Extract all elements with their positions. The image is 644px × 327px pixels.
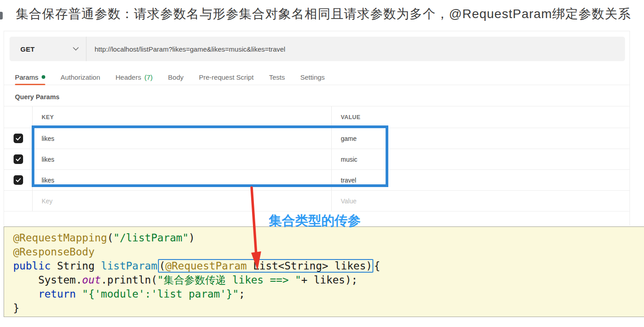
- code-token: [13, 288, 38, 300]
- tab-label: Headers: [115, 73, 141, 81]
- tab-params[interactable]: Params: [15, 69, 45, 85]
- code-token: "{'module':'list param'}": [82, 288, 239, 300]
- code-line: System.out.println("集合参数传递 likes ==> "+ …: [13, 273, 644, 287]
- code-token: ): [189, 232, 195, 244]
- request-tabs: ParamsAuthorizationHeaders(7)BodyPre-req…: [4, 69, 630, 85]
- header-checkbox-cell: [4, 106, 32, 128]
- new-param-row: Key Value: [4, 191, 630, 212]
- param-row: likestravel: [4, 170, 630, 191]
- params-table-header: KEY VALUE: [4, 106, 630, 128]
- code-token: ): [366, 260, 372, 272]
- value-input-placeholder[interactable]: Value: [331, 191, 630, 211]
- code-line: public String listParam(@RequestParam Li…: [13, 259, 644, 273]
- tab-count-badge: (7): [144, 73, 153, 81]
- tab-authorization[interactable]: Authorization: [61, 69, 100, 85]
- code-line: }: [13, 301, 644, 315]
- key-cell[interactable]: likes: [32, 149, 331, 169]
- tab-label: Params: [15, 73, 38, 81]
- screenshot-root: 集合保存普通参数：请求参数名与形参集合对象名相同且请求参数为多个，@Reques…: [0, 0, 644, 327]
- tab-tests[interactable]: Tests: [269, 69, 285, 85]
- annotation-label: 集合类型的传参: [269, 212, 361, 230]
- code-token: (: [159, 260, 166, 272]
- key-input-placeholder[interactable]: Key: [32, 191, 331, 211]
- tab-pre-request-script[interactable]: Pre-request Script: [199, 69, 254, 85]
- code-token: out: [82, 274, 101, 286]
- param-row: likesmusic: [4, 149, 630, 170]
- params-table: KEY VALUE likesgamelikesmusiclikestravel…: [4, 106, 630, 212]
- empty-checkbox-cell: [4, 191, 32, 211]
- tab-settings[interactable]: Settings: [300, 69, 324, 85]
- tab-label: Pre-request Script: [199, 73, 254, 81]
- red-arrow-icon: [244, 186, 272, 276]
- params-table-body: likesgamelikesmusiclikestravel: [4, 128, 630, 191]
- key-column-header: KEY: [32, 106, 331, 128]
- row-checkbox[interactable]: [14, 175, 23, 185]
- page-title: 集合保存普通参数：请求参数名与形参集合对象名相同且请求参数为多个，@Reques…: [16, 5, 631, 23]
- code-token: (: [107, 232, 114, 244]
- cropped-edge-fragment: [0, 12, 3, 19]
- code-token: "集合参数传递 likes ==> ": [157, 274, 301, 286]
- postman-request-panel: GET http://localhost/listParam?likes=gam…: [4, 31, 630, 226]
- value-cell[interactable]: travel: [331, 170, 630, 190]
- value-cell[interactable]: game: [331, 128, 630, 149]
- tab-label: Tests: [269, 73, 285, 81]
- code-token: "/listParam": [114, 232, 189, 244]
- code-line: return "{'module':'list param'}";: [13, 287, 644, 301]
- chevron-down-icon: [73, 47, 79, 51]
- tab-label: Body: [168, 73, 183, 81]
- code-token: ;: [239, 288, 245, 300]
- tab-headers[interactable]: Headers(7): [115, 69, 153, 85]
- url-input[interactable]: http://localhost/listParam?likes=game&li…: [86, 37, 625, 61]
- param-row: likesgame: [4, 128, 630, 149]
- code-line: @ResponseBody: [13, 245, 644, 259]
- code-token: }: [13, 302, 19, 314]
- code-token: @RequestParam: [165, 260, 253, 272]
- code-token: String: [57, 260, 101, 272]
- value-column-header: VALUE: [331, 106, 630, 128]
- code-line: @RequestMapping("/listParam"): [13, 231, 644, 245]
- code-token: listParam: [101, 260, 157, 272]
- request-url-bar: GET http://localhost/listParam?likes=gam…: [10, 37, 625, 61]
- code-token: + likes);: [301, 274, 358, 286]
- code-token: .println(: [101, 274, 157, 286]
- code-token: @ResponseBody: [13, 246, 95, 258]
- value-cell[interactable]: music: [331, 149, 630, 169]
- row-checkbox[interactable]: [14, 154, 23, 164]
- tab-label: Authorization: [61, 73, 100, 81]
- code-token: return: [38, 288, 82, 300]
- row-checkbox[interactable]: [14, 134, 23, 143]
- key-cell[interactable]: likes: [32, 170, 331, 190]
- method-select[interactable]: GET: [10, 37, 86, 61]
- method-label: GET: [20, 45, 35, 53]
- code-block: @RequestMapping("/listParam")@ResponseBo…: [4, 226, 644, 317]
- params-active-dot-icon: [42, 75, 45, 79]
- code-token: System.: [13, 274, 82, 286]
- code-token: @RequestMapping: [13, 232, 107, 244]
- tab-label: Settings: [300, 73, 324, 81]
- tab-body[interactable]: Body: [168, 69, 183, 85]
- code-token: public: [13, 260, 57, 272]
- query-params-label: Query Params: [15, 93, 59, 101]
- key-cell[interactable]: likes: [32, 128, 331, 149]
- code-token: {: [374, 260, 380, 272]
